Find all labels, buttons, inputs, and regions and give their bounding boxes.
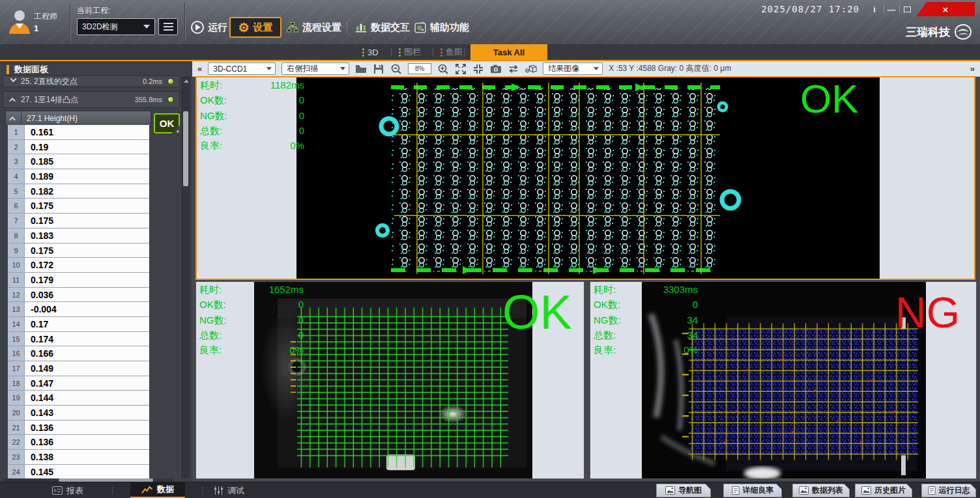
status-dots-icon xyxy=(399,48,401,57)
group-row-25[interactable]: 25. 2直线的交点 0.2ms xyxy=(3,76,180,87)
settings-button[interactable]: ⚙ 设置 xyxy=(229,17,281,38)
table-row[interactable]: 230.138 xyxy=(8,450,149,465)
open-folder-button[interactable] xyxy=(355,63,367,75)
row-value: 0.17 xyxy=(25,317,149,331)
flow-settings-button[interactable]: 流程设置 xyxy=(287,17,341,38)
tab-task-all[interactable]: Task All xyxy=(470,44,547,60)
data-list-button[interactable]: 数据列表 xyxy=(792,484,850,497)
collapse-panel-button[interactable]: « xyxy=(197,64,202,74)
table-row[interactable]: 100.172 xyxy=(8,258,149,273)
camera-select[interactable]: 3D-CCD1 xyxy=(208,62,276,75)
table-row[interactable]: 210.136 xyxy=(8,421,149,436)
table-row[interactable]: 170.149 xyxy=(8,361,149,376)
result-image-select[interactable]: 结果图像 xyxy=(543,62,603,75)
project-list-button[interactable] xyxy=(158,18,178,35)
detail-yield-button[interactable]: 详细良率 xyxy=(723,484,782,497)
row-value: 0.144 xyxy=(25,391,149,405)
table-row[interactable]: 120.036 xyxy=(8,288,149,303)
group-row-27[interactable]: 27. 1至14排凸点 355.8ms xyxy=(3,91,180,108)
expand-panel-button[interactable]: » xyxy=(970,64,975,74)
info-button[interactable]: i xyxy=(868,2,881,16)
status-dot xyxy=(167,78,174,85)
table-row[interactable]: 150.174 xyxy=(8,332,149,347)
close-button[interactable]: × xyxy=(916,2,975,16)
tab-3d[interactable]: 3D xyxy=(362,44,379,60)
table-row[interactable]: 80.183 xyxy=(8,228,149,243)
history-images-button[interactable]: 历史图片 xyxy=(855,484,912,497)
divider xyxy=(464,48,465,57)
table-row[interactable]: 40.189 xyxy=(8,169,149,184)
result-panel-2d-left[interactable]: 耗时:1652ms OK数:0 NG数:0 总数:0 良率:0% OK xyxy=(195,281,584,479)
minimize-button[interactable]: — xyxy=(885,2,898,16)
table-row[interactable]: 50.182 xyxy=(8,184,149,199)
chevron-down-icon xyxy=(340,67,345,70)
tab-report[interactable]: 报表 xyxy=(52,482,83,498)
table-row[interactable]: 160.166 xyxy=(8,346,149,361)
tab-fisheye[interactable]: 鱼眼 xyxy=(440,44,463,60)
yield-value: 0% xyxy=(290,140,304,155)
nav-map-button[interactable]: 导航图 xyxy=(656,484,711,497)
table-row[interactable]: 10.161 xyxy=(8,125,149,140)
table-row[interactable]: 190.144 xyxy=(8,391,149,406)
swap-view-button[interactable] xyxy=(508,63,519,75)
scroll-up-icon[interactable] xyxy=(184,79,189,83)
save-button[interactable] xyxy=(373,63,384,75)
vertical-scrollbar[interactable] xyxy=(182,77,190,478)
table-row[interactable]: 13-0.004 xyxy=(8,302,149,317)
chevron-up-icon xyxy=(9,97,16,104)
table-row[interactable]: 240.145 xyxy=(8,465,149,480)
status-dots-icon xyxy=(440,48,442,57)
zoom-in-button[interactable] xyxy=(437,63,449,75)
table-row[interactable]: 90.175 xyxy=(8,243,149,258)
run-log-button[interactable]: 运行日志 xyxy=(921,484,976,497)
zoom-out-button[interactable] xyxy=(390,63,402,75)
footer-bar: 报表 数据 调试 导航图 详细良率 数据列表 历史图片 运行日志 xyxy=(0,482,980,498)
row-value: 0.185 xyxy=(25,154,149,169)
run-button[interactable]: 运行 xyxy=(191,17,227,38)
project-select[interactable]: 3D2D检测 xyxy=(77,18,155,35)
result-image-3d[interactable] xyxy=(296,77,880,279)
row-number: 4 xyxy=(8,169,25,184)
app-header: 工程师 1 当前工程: 3D2D检测 运行 ⚙ 设置 流程设置 数据交互 xyxy=(0,0,980,44)
project-select-value: 3D2D检测 xyxy=(82,21,118,33)
table-row[interactable]: 180.147 xyxy=(8,376,149,391)
tab-debug[interactable]: 调试 xyxy=(214,482,244,498)
table-row[interactable]: 20.19 xyxy=(8,140,149,155)
subgroup-row[interactable]: 27.1 Height(H) xyxy=(5,111,151,126)
tab-fence[interactable]: 围栏 xyxy=(399,44,421,60)
stats-block: 耗时:1182ms OK数:0 NG数:0 总数:0 良率:0% xyxy=(200,79,304,155)
divider xyxy=(112,486,113,495)
tab-data[interactable]: 数据 xyxy=(130,482,185,498)
row-number: 3 xyxy=(8,154,25,169)
snapshot-button[interactable] xyxy=(490,63,502,75)
row-number: 13 xyxy=(8,302,25,316)
data-exchange-button[interactable]: 数据交互 xyxy=(355,17,410,38)
scan-select[interactable]: 右侧扫描 xyxy=(281,62,349,75)
badge-dot xyxy=(177,130,179,133)
table-row[interactable]: 220.136 xyxy=(8,435,149,450)
maximize-button[interactable] xyxy=(901,2,914,16)
fit-screen-button[interactable] xyxy=(455,63,467,75)
yield-value: 0% xyxy=(289,344,304,359)
table-row[interactable]: 110.179 xyxy=(8,273,149,288)
divider xyxy=(347,21,347,33)
table-row[interactable]: 140.17 xyxy=(8,317,149,332)
table-row[interactable]: 30.185 xyxy=(8,154,149,169)
result-panel-3d[interactable]: 耗时:1182ms OK数:0 NG数:0 总数:0 良率:0% OK xyxy=(195,76,975,280)
zoom-input[interactable] xyxy=(408,63,431,74)
view-3d-button[interactable] xyxy=(525,63,537,75)
result-panel-2d-right[interactable]: 耗时:3303ms OK数:0 NG数:34 总数:34 良率:0% NG xyxy=(590,281,977,479)
row-value: 0.143 xyxy=(25,406,149,420)
table-row[interactable]: 200.143 xyxy=(8,406,149,421)
actual-size-button[interactable] xyxy=(472,63,484,75)
row-value: -0.004 xyxy=(25,302,149,316)
collapse-toggle[interactable] xyxy=(6,111,22,126)
time-value: 1652ms xyxy=(269,284,304,299)
user-avatar[interactable] xyxy=(7,8,33,35)
verdict-label: NG xyxy=(895,291,960,334)
user-id: 1 xyxy=(34,23,38,33)
table-row[interactable]: 60.175 xyxy=(8,199,149,214)
scrollbar-thumb[interactable] xyxy=(183,111,188,186)
aux-functions-button[interactable]: ⚙ 辅助功能 xyxy=(414,17,469,38)
table-row[interactable]: 70.175 xyxy=(8,214,149,228)
